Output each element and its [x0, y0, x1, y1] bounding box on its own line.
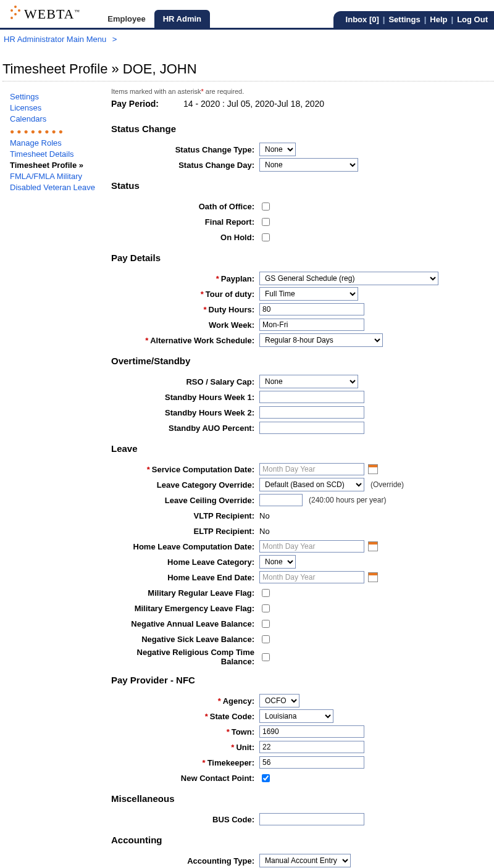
- sidebar-item-manage-roles[interactable]: Manage Roles: [10, 138, 99, 148]
- input-hlcd[interactable]: [259, 540, 364, 553]
- label-neg-annual: Negative Annual Leave Balance:: [111, 619, 259, 628]
- value-eltp: No: [259, 527, 270, 536]
- calendar-icon[interactable]: [368, 464, 378, 474]
- label-agency: Agency:: [223, 696, 254, 706]
- logo-dots-icon: [9, 8, 22, 20]
- select-rso[interactable]: None: [259, 375, 358, 388]
- label-lceiling: Leave Ceiling Override:: [111, 496, 259, 505]
- label-status-change-day: Status Change Day:: [111, 161, 259, 170]
- pay-period-label: Pay Period:: [111, 99, 159, 109]
- select-state-code[interactable]: Louisiana: [259, 709, 333, 723]
- label-work-week: Work Week:: [111, 320, 259, 330]
- sidebar-item-settings[interactable]: Settings: [10, 92, 99, 101]
- breadcrumb-main-menu[interactable]: HR Administrator Main Menu: [4, 35, 106, 44]
- checkbox-neg-relig[interactable]: [262, 653, 270, 661]
- tab-employee[interactable]: Employee: [99, 10, 154, 28]
- input-unit[interactable]: [259, 741, 364, 753]
- checkbox-final-report[interactable]: [262, 218, 270, 226]
- sidebar-item-calendars[interactable]: Calendars: [10, 114, 99, 123]
- label-town: Town:: [232, 727, 254, 737]
- label-hled: Home Leave End Date:: [111, 573, 259, 582]
- calendar-icon[interactable]: [368, 572, 378, 582]
- label-rso: RSO / Salary Cap:: [111, 377, 259, 386]
- section-overtime: Overtime/Standby: [111, 356, 488, 366]
- input-standby-auo[interactable]: [259, 422, 364, 434]
- label-standby-w1: Standby Hours Week 1:: [111, 393, 259, 402]
- pay-period-value: 14 - 2020 : Jul 05, 2020-Jul 18, 2020: [183, 99, 324, 109]
- select-tour-of-duty[interactable]: Full Time: [259, 287, 358, 301]
- calendar-icon[interactable]: [368, 541, 378, 551]
- input-standby-w1[interactable]: [259, 391, 364, 403]
- logo-brand: WEBTA: [24, 6, 74, 22]
- select-lco[interactable]: Default (Based on SCD): [259, 478, 364, 491]
- label-accounting-type: Accounting Type:: [111, 856, 259, 866]
- logo-tm: ™: [74, 8, 80, 14]
- input-standby-w2[interactable]: [259, 406, 364, 419]
- sidebar-item-timesheet-details[interactable]: Timesheet Details: [10, 149, 99, 159]
- separator: |: [451, 15, 454, 24]
- select-aws[interactable]: Regular 8-hour Days: [259, 333, 383, 347]
- label-state-code: State Code:: [210, 712, 254, 721]
- input-hled[interactable]: [259, 571, 364, 583]
- sidebar-item-disabled-veteran[interactable]: Disabled Veteran Leave: [10, 183, 99, 192]
- label-bus-code: BUS Code:: [111, 815, 259, 824]
- checkbox-neg-annual[interactable]: [262, 620, 270, 628]
- label-hlc: Home Leave Category:: [111, 557, 259, 567]
- label-unit: Unit:: [236, 743, 254, 752]
- logout-link[interactable]: Log Out: [457, 15, 488, 24]
- label-status-change-type: Status Change Type:: [111, 145, 259, 154]
- input-duty-hours[interactable]: [259, 303, 364, 315]
- label-neg-relig: Negative Religious Comp Time Balance:: [111, 648, 259, 666]
- hint-lco: (Override): [371, 480, 404, 489]
- label-mil-reg: Military Regular Leave Flag:: [111, 588, 259, 598]
- logo: WEBTA™: [9, 6, 80, 22]
- label-neg-sick: Negative Sick Leave Balance:: [111, 635, 259, 644]
- main-layout: Settings Licenses Calendars ●●●●●●●● Man…: [0, 85, 494, 868]
- checkbox-new-contact[interactable]: [262, 774, 270, 782]
- sidebar-divider: ●●●●●●●●: [10, 127, 99, 136]
- checkbox-oath-of-office[interactable]: [262, 202, 270, 211]
- label-lco: Leave Category Override:: [111, 480, 259, 490]
- breadcrumb-separator: >: [112, 35, 117, 44]
- select-accounting-type[interactable]: Manual Account Entry: [259, 854, 351, 867]
- inbox-link[interactable]: Inbox [0]: [346, 15, 379, 24]
- section-pay-details: Pay Details: [111, 252, 488, 263]
- input-scd[interactable]: [259, 463, 364, 475]
- separator: |: [424, 15, 427, 24]
- input-work-week[interactable]: [259, 319, 364, 331]
- checkbox-mil-emerg[interactable]: [262, 604, 270, 612]
- label-on-hold: On Hold:: [111, 233, 259, 242]
- input-bus-code[interactable]: [259, 813, 364, 825]
- select-hlc[interactable]: None: [259, 555, 296, 569]
- input-timekeeper[interactable]: [259, 756, 364, 769]
- label-timekeeper: Timekeeper:: [207, 758, 254, 767]
- label-tour-of-duty: Tour of duty:: [206, 290, 254, 299]
- settings-link[interactable]: Settings: [388, 15, 420, 24]
- select-status-change-day[interactable]: None: [259, 158, 358, 172]
- label-hlcd: Home Leave Computation Date:: [111, 542, 259, 551]
- label-aws: Alternative Work Schedule:: [150, 336, 254, 345]
- select-agency[interactable]: OCFO: [259, 694, 299, 707]
- sidebar-item-timesheet-profile[interactable]: Timesheet Profile »: [10, 161, 99, 170]
- value-vltp: No: [259, 511, 270, 520]
- hint-lceiling: (240:00 hours per year): [309, 496, 386, 504]
- logo-text: WEBTA™: [24, 6, 80, 22]
- input-town[interactable]: [259, 725, 364, 738]
- label-oath-of-office: Oath of Office:: [111, 202, 259, 211]
- pay-period-row: Pay Period: 14 - 2020 : Jul 05, 2020-Jul…: [111, 99, 488, 109]
- checkbox-mil-reg[interactable]: [262, 589, 270, 597]
- sidebar-item-licenses[interactable]: Licenses: [10, 103, 99, 112]
- top-header: WEBTA™ Employee HR Admin Inbox [0] | Set…: [0, 0, 494, 30]
- input-lceiling[interactable]: [259, 494, 303, 506]
- sidebar-item-fmla[interactable]: FMLA/FMLA Military: [10, 172, 99, 181]
- checkbox-on-hold[interactable]: [262, 233, 270, 241]
- select-payplan[interactable]: GS General Schedule (reg): [259, 272, 438, 285]
- label-mil-emerg: Military Emergency Leave Flag:: [111, 604, 259, 613]
- checkbox-neg-sick[interactable]: [262, 635, 270, 643]
- select-status-change-type[interactable]: None: [259, 143, 296, 156]
- label-scd: Service Computation Date:: [152, 465, 254, 474]
- utility-bar: Inbox [0] | Settings | Help | Log Out: [333, 11, 494, 28]
- help-link[interactable]: Help: [430, 15, 447, 24]
- required-note: Items marked with an asterisk* are requi…: [111, 88, 488, 95]
- tab-hr-admin[interactable]: HR Admin: [154, 10, 210, 28]
